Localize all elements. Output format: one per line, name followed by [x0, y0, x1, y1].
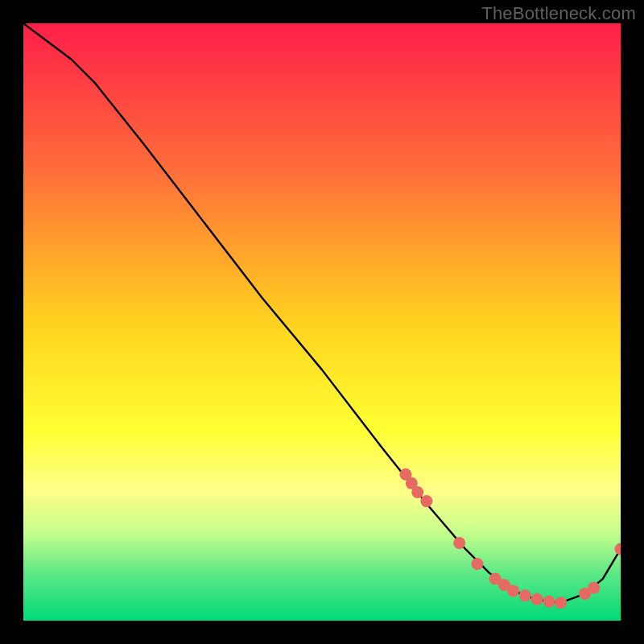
watermark-text: TheBottleneck.com	[481, 3, 636, 24]
chart-frame: TheBottleneck.com	[0, 0, 644, 644]
highlight-point	[555, 597, 567, 609]
highlight-point	[411, 486, 423, 498]
highlight-point	[543, 596, 555, 608]
svg-rect-0	[23, 23, 621, 621]
highlight-point	[420, 495, 432, 507]
highlight-point	[507, 584, 519, 597]
highlight-point	[519, 589, 531, 601]
highlight-point	[471, 558, 483, 570]
highlight-point	[453, 537, 465, 549]
chart-svg	[23, 23, 621, 621]
highlight-point	[588, 582, 600, 594]
chart-plot	[23, 23, 621, 621]
highlight-point	[531, 593, 543, 605]
